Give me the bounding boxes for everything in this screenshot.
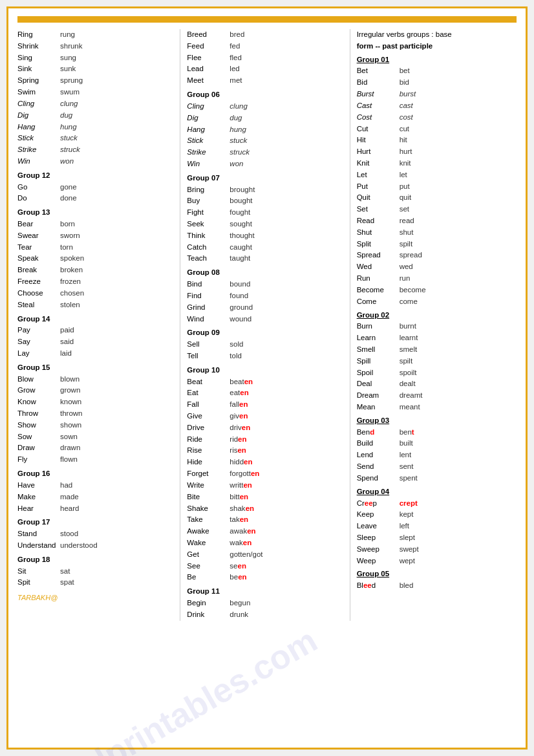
past-form: built [400, 438, 413, 449]
table-row: Learnlearnt [357, 332, 513, 344]
table-row: Seeseen [187, 561, 343, 572]
tarbakh-label: TARBAKH@ [17, 592, 173, 603]
table-row: Breakbroken [17, 265, 173, 276]
base-form: Hit [357, 135, 396, 146]
group-title: Group 01 [357, 54, 513, 66]
past-form: sat [60, 566, 70, 578]
past-form: sent [400, 461, 414, 473]
past-form: bitten [230, 491, 248, 503]
table-row: Spendspent [357, 473, 513, 484]
past-form: fought [230, 207, 250, 219]
table-row: Understandunderstood [17, 540, 173, 552]
base-form: Find [187, 290, 226, 302]
base-form: Cast [357, 100, 396, 112]
past-form: broken [60, 265, 83, 276]
past-form: spent [400, 473, 418, 484]
base-form: Feed [187, 41, 226, 52]
table-row: Breedbred [187, 29, 343, 41]
past-form: gone [60, 182, 77, 193]
base-form: Ring [17, 29, 56, 41]
table-row: Gogone [17, 182, 173, 193]
past-form: cut [400, 124, 409, 135]
base-form: Rise [187, 445, 226, 457]
past-form: written [230, 480, 252, 491]
past-form: stuck [60, 133, 78, 144]
base-form: Bend [357, 427, 396, 438]
past-form: become [400, 285, 426, 296]
base-form: Sow [17, 431, 56, 443]
table-row: Sleepslept [357, 532, 513, 544]
base-form: Sit [17, 566, 56, 578]
base-form: Break [17, 265, 56, 276]
table-row: Throwthrown [17, 408, 173, 420]
past-form: spoilt [400, 367, 417, 379]
past-form: bred [230, 29, 244, 41]
table-row: Costcost [357, 112, 513, 124]
base-form: Hang [187, 124, 226, 136]
base-form: Blow [17, 374, 56, 385]
table-row: Burstburst [357, 89, 513, 100]
base-form: Lead [187, 63, 226, 75]
base-form: Forget [187, 468, 226, 480]
table-row: Windwound [187, 314, 343, 325]
base-form: Burn [357, 321, 396, 332]
table-row: Hearheard [17, 503, 173, 515]
base-form: Dig [17, 110, 56, 122]
past-form: learnt [400, 332, 418, 344]
table-row: Telltold [187, 351, 343, 362]
divider-1 [180, 29, 180, 621]
group-title: Group 02 [357, 310, 513, 321]
table-row: Fightfought [187, 207, 343, 219]
base-form: Fall [187, 399, 226, 411]
past-form: found [230, 290, 248, 302]
past-form: dreamt [400, 390, 423, 402]
table-row: Bendbent [357, 427, 513, 438]
table-row: Dealdealt [357, 378, 513, 390]
column-2: BreedbredFeedfedFleefledLeadledMeetmetGr… [183, 29, 347, 621]
table-row: Readread [357, 215, 513, 227]
past-form: hung [230, 124, 246, 136]
past-form: thrown [60, 408, 83, 420]
past-form: shaken [230, 503, 254, 515]
base-form: Stand [17, 528, 56, 540]
table-row: Meanmeant [357, 402, 513, 413]
past-form: hung [60, 122, 77, 133]
table-row: Fleefled [187, 52, 343, 64]
past-form: seen [230, 561, 246, 572]
table-row: Spitspat [17, 577, 173, 589]
table-row: Beginbegun [187, 598, 343, 609]
base-form: Grow [17, 385, 56, 396]
table-row: Drawdrawn [17, 442, 173, 454]
base-form: Say [17, 336, 56, 348]
base-form: Spend [357, 473, 396, 484]
past-form: crept [400, 498, 418, 510]
table-row: Clingclung [17, 98, 173, 110]
base-form: Buy [187, 195, 226, 207]
base-form: Meet [187, 75, 226, 87]
content-area: RingrungShrinkshrunkSingsungSinksunkSpri… [17, 29, 517, 621]
watermark: eslprintables.com [57, 620, 324, 756]
table-row: Buybought [187, 195, 343, 207]
table-row: Dodone [17, 193, 173, 204]
group-title: Group 10 [187, 365, 343, 376]
table-row: Leaveleft [357, 521, 513, 532]
past-form: fed [230, 41, 240, 52]
base-form: Show [17, 420, 56, 431]
group-title: Group 11 [187, 586, 343, 598]
base-form: See [187, 561, 226, 572]
base-form: Sleep [357, 532, 396, 544]
group-title: Group 03 [357, 415, 513, 427]
table-row: Knowknown [17, 396, 173, 408]
base-form: Lay [17, 348, 56, 360]
base-form: Stick [187, 135, 226, 147]
past-form: knit [400, 158, 411, 169]
base-form: Creep [357, 498, 396, 510]
table-row: Setset [357, 204, 513, 215]
past-form: struck [60, 144, 80, 156]
group-title: Group 12 [17, 170, 173, 182]
table-row: Sendsent [357, 461, 513, 473]
base-form: Drink [187, 609, 226, 621]
past-form: spread [400, 250, 422, 261]
past-form: lent [400, 449, 412, 461]
past-form: ground [230, 302, 253, 314]
